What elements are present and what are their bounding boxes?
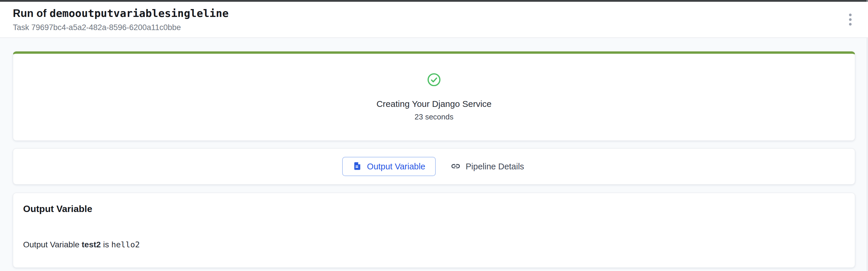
link-icon: [451, 161, 461, 172]
output-line-middle: is: [101, 240, 112, 249]
status-card: Creating Your Django Service 23 seconds: [13, 52, 855, 141]
output-variable-section: Output Variable Output Variable test2 is…: [13, 193, 855, 268]
output-variable-value: hello2: [111, 240, 140, 249]
kebab-dot: [849, 23, 851, 26]
check-circle-icon: [427, 73, 441, 87]
task-id: Task 79697bc4-a5a2-482a-8596-6200a11c0bb…: [13, 23, 851, 32]
tab-output-variable[interactable]: Output Variable: [342, 157, 436, 176]
status-duration: 23 seconds: [415, 112, 454, 122]
document-icon: [353, 162, 362, 171]
page-title: Run of demooutputvariablesingleline: [13, 7, 851, 20]
panel-right-border: [867, 0, 867, 271]
output-variable-heading: Output Variable: [23, 204, 845, 214]
tab-pipeline-details-label: Pipeline Details: [466, 162, 524, 171]
status-title: Creating Your Django Service: [376, 99, 492, 109]
output-variable-line: Output Variable test2 is hello2: [23, 240, 845, 249]
run-content: Creating Your Django Service 23 seconds …: [0, 52, 868, 268]
tab-pipeline-details[interactable]: Pipeline Details: [448, 161, 526, 172]
page-title-prefix: Run of: [13, 7, 50, 19]
run-header: Run of demooutputvariablesingleline Task…: [0, 2, 868, 38]
tab-bar: Output Variable Pipeline Details: [13, 148, 855, 184]
tab-output-variable-label: Output Variable: [367, 162, 425, 171]
output-variable-name: test2: [82, 240, 101, 249]
output-line-prefix: Output Variable: [23, 240, 82, 249]
page-title-run-name: demooutputvariablesingleline: [50, 7, 228, 19]
kebab-menu-button[interactable]: [847, 11, 854, 28]
kebab-dot: [849, 19, 851, 21]
kebab-dot: [849, 14, 851, 16]
